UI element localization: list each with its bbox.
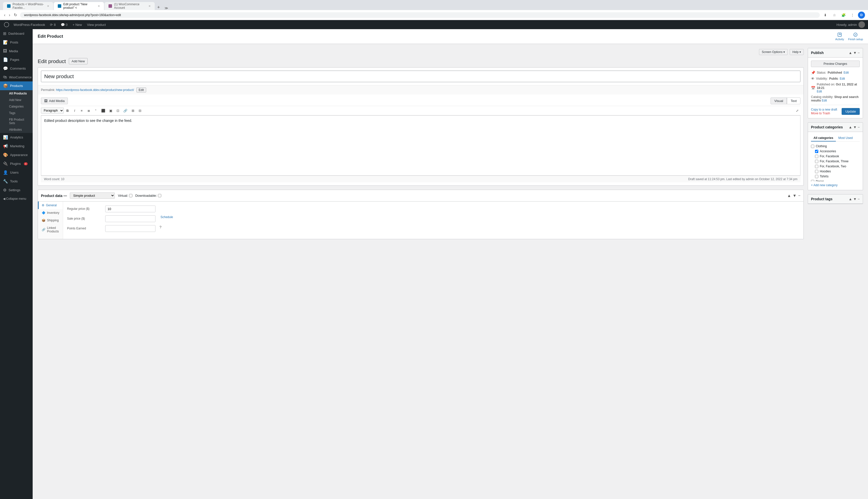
unordered-list-button[interactable]: ≡ — [78, 108, 85, 113]
tab-close-2[interactable]: ✕ — [98, 4, 100, 8]
sidebar-item-media[interactable]: 🖼 Media — [0, 47, 33, 55]
sidebar-item-analytics[interactable]: 📊 Analytics — [0, 133, 33, 142]
settings-button[interactable]: ⋮ — [849, 12, 856, 19]
sidebar-item-pages[interactable]: 📄 Pages — [0, 55, 33, 64]
admin-bar-view-product[interactable]: View product — [84, 20, 108, 29]
tab-menu-button[interactable]: ≫ — [162, 6, 170, 10]
more-formats-button[interactable]: ⊟ — [137, 108, 143, 113]
category-clothing-checkbox[interactable] — [811, 145, 814, 148]
sidebar-item-tools[interactable]: 🔧 Tools — [0, 177, 33, 186]
permalink-link[interactable]: https://wordpress-facebook.ddev.site/pro… — [56, 88, 134, 92]
points-earned-input[interactable] — [105, 225, 156, 232]
ordered-list-button[interactable]: ≣ — [85, 108, 92, 113]
admin-bar-updates[interactable]: ⟳ 8 — [48, 20, 58, 29]
sidebar-submenu-categories[interactable]: Categories — [0, 103, 33, 110]
status-edit-link[interactable]: Edit — [844, 71, 849, 74]
align-right-button[interactable]: ⊡ — [114, 108, 121, 113]
add-media-button[interactable]: 🖼 Add Media — [41, 97, 68, 104]
blockquote-button[interactable]: " — [92, 108, 99, 113]
add-new-category-link[interactable]: + Add new category — [811, 183, 860, 187]
extension-button[interactable]: 🧩 — [840, 12, 847, 19]
url-input[interactable] — [20, 12, 820, 18]
activity-button[interactable]: Activity — [835, 32, 844, 41]
move-trash-link[interactable]: Move to Trash — [811, 112, 830, 115]
product-tab-general[interactable]: ⚙ General — [38, 202, 63, 209]
publish-collapse-down[interactable]: ▼ — [853, 51, 857, 55]
publish-toggle[interactable]: − — [858, 51, 860, 55]
sidebar-item-woocommerce[interactable]: 🛍 WooCommerce — [0, 73, 33, 82]
wp-logo[interactable] — [3, 21, 10, 28]
sidebar-submenu-attributes[interactable]: Attributes — [0, 126, 33, 133]
copy-draft-link[interactable]: Copy to a new draft — [811, 108, 837, 111]
product-data-collapse-down[interactable]: ▼ — [793, 194, 797, 198]
paragraph-select[interactable]: Paragraph — [41, 108, 64, 113]
admin-bar-howdy[interactable]: Howdy, admin — [836, 21, 865, 28]
admin-bar-site-name[interactable]: WordPress-Facebook — [11, 20, 48, 29]
align-left-button[interactable]: ⬛ — [99, 108, 107, 113]
sidebar-item-dashboard[interactable]: ⊞ Dashboard — [0, 29, 33, 38]
sidebar-item-marketing[interactable]: 📢 Marketing — [0, 142, 33, 150]
sidebar-submenu-all-products[interactable]: All Products — [0, 90, 33, 97]
finish-setup-button[interactable]: Finish setup — [848, 32, 863, 41]
tab-close-1[interactable]: ✕ — [47, 4, 49, 8]
tags-collapse-down[interactable]: ▼ — [853, 197, 857, 201]
regular-price-input[interactable] — [105, 206, 156, 212]
sidebar-item-settings[interactable]: ⚙ Settings — [0, 186, 33, 194]
sidebar-item-plugins[interactable]: 🔌 Plugins 4 — [0, 159, 33, 168]
tab-close-3[interactable]: ✕ — [148, 4, 151, 8]
tags-collapse-up[interactable]: ▲ — [849, 197, 852, 201]
profile-button[interactable]: D — [858, 12, 865, 19]
catalog-visibility-edit-link[interactable]: Edit — [822, 99, 827, 102]
categories-collapse-up[interactable]: ▲ — [849, 125, 852, 129]
italic-button[interactable]: I — [71, 108, 78, 113]
sidebar-submenu-add-new[interactable]: Add New — [0, 97, 33, 103]
expand-editor-button[interactable]: ⤢ — [794, 108, 801, 113]
categories-collapse-down[interactable]: ▼ — [853, 125, 857, 129]
category-decor-checkbox[interactable] — [811, 180, 814, 182]
link-button[interactable]: 🔗 — [122, 108, 129, 113]
browser-tab-3[interactable]: (1) WooCommerce Account ✕ — [104, 2, 155, 10]
back-button[interactable]: ‹ — [3, 12, 6, 19]
help-button[interactable]: Help ▾ — [790, 49, 804, 55]
permalink-edit-button[interactable]: Edit — [136, 87, 146, 93]
sidebar-submenu-tags[interactable]: Tags — [0, 110, 33, 116]
product-tab-shipping[interactable]: 📦 Shipping — [38, 217, 63, 224]
sale-price-input[interactable] — [105, 215, 156, 222]
sidebar-item-products[interactable]: 📦 Products — [0, 82, 33, 90]
browser-tab-2[interactable]: Edit product "New product" < ✕ — [54, 2, 104, 10]
product-data-toggle[interactable]: − — [798, 194, 801, 198]
virtual-checkbox[interactable] — [129, 194, 132, 197]
browser-tab-1[interactable]: Products < WordPress-Facebo... ✕ — [3, 2, 53, 10]
product-data-collapse-up[interactable]: ▲ — [787, 194, 791, 198]
sidebar-item-users[interactable]: 👤 Users — [0, 168, 33, 177]
category-hoodies-checkbox[interactable] — [815, 170, 818, 173]
sidebar-item-posts[interactable]: 📝 Posts — [0, 38, 33, 47]
add-new-button[interactable]: Add New — [69, 58, 88, 64]
text-tab[interactable]: Text — [787, 97, 801, 104]
downloads-button[interactable]: ⬇ — [822, 12, 829, 19]
visual-tab[interactable]: Visual — [771, 97, 787, 104]
update-button[interactable]: Update — [842, 108, 860, 115]
post-title-input[interactable] — [41, 71, 801, 82]
category-for-facebook-checkbox[interactable] — [815, 155, 818, 158]
category-tshirts-checkbox[interactable] — [815, 175, 818, 178]
downloadable-checkbox[interactable] — [158, 194, 161, 197]
sidebar-item-comments[interactable]: 💬 Comments — [0, 64, 33, 73]
sidebar-submenu-fb-product-sets[interactable]: FB Product Sets — [0, 116, 33, 126]
category-for-facebook-two-checkbox[interactable] — [815, 165, 818, 168]
category-for-facebook-three-checkbox[interactable] — [815, 160, 818, 163]
collapse-menu-button[interactable]: ◀ Collapse menu — [0, 194, 33, 203]
visibility-edit-link[interactable]: Edit — [840, 77, 845, 81]
admin-bar-comments[interactable]: 💬 0 — [58, 20, 70, 29]
sidebar-item-appearance[interactable]: 🎨 Appearance — [0, 150, 33, 159]
admin-bar-new[interactable]: + New — [70, 20, 84, 29]
product-type-select[interactable]: Simple product Variable product Grouped … — [70, 193, 115, 199]
bold-button[interactable]: B — [64, 108, 71, 113]
most-used-categories-tab[interactable]: Most Used — [836, 135, 855, 142]
refresh-button[interactable]: ↻ — [13, 12, 18, 19]
table-button[interactable]: ⊞ — [129, 108, 136, 113]
tags-toggle[interactable]: − — [858, 197, 860, 201]
category-accessories-checkbox[interactable] — [815, 150, 818, 153]
published-date-edit-link[interactable]: Edit — [817, 90, 822, 93]
preview-changes-button[interactable]: Preview Changes — [811, 61, 860, 67]
